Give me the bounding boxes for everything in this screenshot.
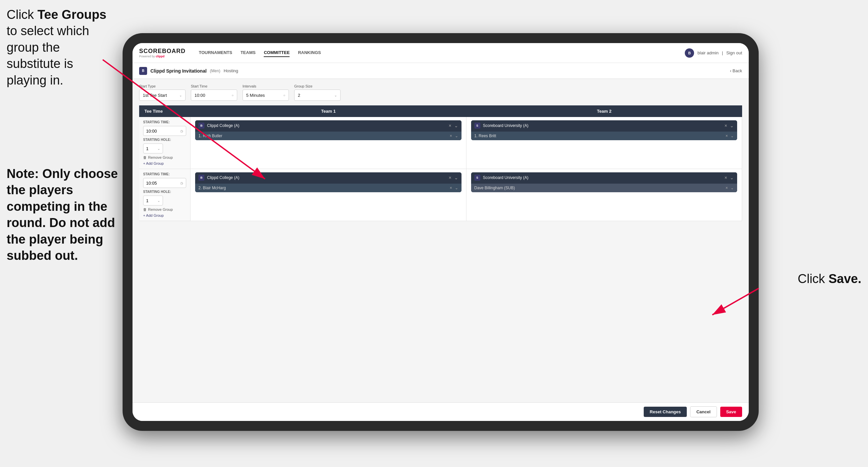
- starting-hole-label-2: STARTING HOLE:: [143, 190, 186, 194]
- team1-icon-1: B: [198, 123, 205, 128]
- time-input-2[interactable]: 10:05 ◷: [143, 178, 186, 188]
- expand-icon-1[interactable]: ⌄: [454, 123, 458, 128]
- sub-nav-icon: B: [139, 67, 147, 75]
- close-icon-player-3[interactable]: ×: [450, 185, 452, 190]
- add-group-button-2[interactable]: + Add Group: [143, 213, 186, 217]
- team1-cell-1: B Clippd College (A) × ⌄ 1. Rich Butler: [190, 117, 466, 169]
- team1-entry-1: B Clippd College (A) × ⌄ 1. Rich Butler: [195, 120, 462, 140]
- team2-header-left-1: S Scoreboard University (A): [474, 123, 528, 128]
- time-input-1[interactable]: 10:00 ◷: [143, 126, 186, 136]
- player-name-2-1: 1. Rees Britt: [474, 134, 496, 138]
- team2-cell-1: S Scoreboard University (A) × ⌄ 1. Rees …: [466, 117, 742, 169]
- group-size-value: 2: [298, 93, 300, 98]
- remove-group-button-1[interactable]: 🗑 Remove Group: [143, 155, 186, 159]
- chevron-down-icon: ⌄: [179, 93, 182, 97]
- team1-actions-2: × ⌄: [448, 175, 458, 180]
- close-icon-player-4[interactable]: ×: [725, 185, 728, 190]
- start-type-label: Start Type: [139, 84, 186, 88]
- pipe: |: [722, 50, 723, 55]
- expand-icon-4[interactable]: ⌄: [730, 175, 734, 180]
- chevron-icon-player-1[interactable]: ⌄: [455, 134, 458, 138]
- group-size-input[interactable]: 2 ⌄: [294, 89, 341, 101]
- team2-cell-2: S Scoreboard University (A) × ⌄ Dave Bil…: [466, 169, 742, 221]
- start-time-field: Start Time 10:00 ○: [191, 84, 237, 101]
- nav-committee[interactable]: COMMITTEE: [264, 49, 289, 57]
- remove-group-label-1: Remove Group: [148, 155, 173, 159]
- hole-value-1: 1: [146, 146, 148, 151]
- team2-actions-2: × ⌄: [724, 175, 734, 180]
- start-time-input[interactable]: 10:00 ○: [191, 89, 237, 101]
- expand-icon-3[interactable]: ⌄: [454, 175, 458, 180]
- intervals-field: Intervals 5 Minutes ○: [243, 84, 289, 101]
- intervals-value: 5 Minutes: [246, 93, 265, 98]
- team2-name-2: Scoreboard University (A): [483, 175, 528, 180]
- team2-header-1: S Scoreboard University (A) × ⌄: [471, 120, 738, 131]
- spinner-icon-2: ⌄: [157, 147, 160, 150]
- team2-name-1: Scoreboard University (A): [483, 123, 528, 128]
- spinner-icon-3: ⌄: [157, 199, 160, 203]
- chevron-icon-player-3[interactable]: ⌄: [455, 185, 458, 190]
- player-actions-2-1: × ⌄: [725, 134, 734, 138]
- save-bold: Save.: [829, 272, 861, 286]
- team1-icon-2: B: [198, 175, 205, 181]
- close-icon-player-2[interactable]: ×: [725, 134, 728, 138]
- start-type-field: Start Type 1st Tee Start ⌄: [139, 84, 186, 101]
- back-button[interactable]: ‹ Back: [730, 68, 742, 73]
- logo-scoreboard: SCOREBOARD: [139, 48, 186, 55]
- logo-clippd: clippd: [156, 55, 165, 58]
- top-nav: SCOREBOARD Powered by clippd TOURNAMENTS…: [132, 43, 749, 63]
- note-text: Note: Only choose the players competing …: [7, 166, 119, 264]
- footer-bar: Reset Changes Cancel Save: [132, 402, 749, 421]
- tee-groups-bold: Tee Groups: [37, 8, 106, 22]
- hole-input-1[interactable]: 1 ⌄: [143, 144, 163, 153]
- team1-header-2: B Clippd College (A) × ⌄: [195, 172, 462, 183]
- close-icon-1[interactable]: ×: [448, 123, 451, 128]
- instruction-post: to select which group the substitute is …: [7, 24, 89, 87]
- team2-header-2: S Scoreboard University (A) × ⌄: [471, 172, 738, 183]
- remove-group-button-2[interactable]: 🗑 Remove Group: [143, 207, 186, 211]
- nav-rankings[interactable]: RANKINGS: [298, 49, 321, 57]
- close-icon-player-1[interactable]: ×: [450, 134, 452, 138]
- instruction-pre: Click: [7, 8, 37, 22]
- nav-teams[interactable]: TEAMS: [241, 49, 256, 57]
- player-row-2-1: 1. Rees Britt × ⌄: [471, 132, 738, 140]
- player-name-2-2: Dave Billingham (SUB): [474, 185, 515, 190]
- team1-entry-2: B Clippd College (A) × ⌄ 2. Blair McHarg: [195, 172, 462, 192]
- start-time-value: 10:00: [194, 93, 206, 98]
- close-icon-3[interactable]: ×: [448, 175, 451, 180]
- team2-icon-1: S: [474, 123, 480, 128]
- chevron-icon-player-2[interactable]: ⌄: [731, 134, 734, 138]
- group-size-field: Group Size 2 ⌄: [294, 84, 341, 101]
- gender-tag: (Men): [210, 68, 220, 73]
- player-row-1-2: 2. Blair McHarg × ⌄: [195, 184, 462, 192]
- close-icon-4[interactable]: ×: [724, 175, 727, 180]
- sign-out-link[interactable]: Sign out: [726, 50, 742, 55]
- nav-tournaments[interactable]: TOURNAMENTS: [199, 49, 232, 57]
- clock-icon: ○: [231, 93, 234, 97]
- intervals-input[interactable]: 5 Minutes ○: [243, 89, 289, 101]
- team1-name-1: Clippd College (A): [207, 123, 239, 128]
- reset-changes-button[interactable]: Reset Changes: [644, 407, 687, 417]
- team1-actions-1: × ⌄: [448, 123, 458, 128]
- save-button[interactable]: Save: [720, 407, 742, 417]
- player-row-2-2: Dave Billingham (SUB) × ⌄: [471, 184, 738, 192]
- expand-icon-2[interactable]: ⌄: [730, 123, 734, 128]
- chevron-icon-player-4[interactable]: ⌄: [731, 185, 734, 190]
- hole-input-2[interactable]: 1 ⌄: [143, 196, 163, 205]
- start-type-input[interactable]: 1st Tee Start ⌄: [139, 89, 186, 101]
- close-icon-2[interactable]: ×: [724, 123, 727, 128]
- player-actions-2-2: × ⌄: [725, 185, 734, 190]
- cancel-button[interactable]: Cancel: [690, 406, 717, 417]
- clock-icon-2: ○: [283, 93, 285, 97]
- spinner-icon: ⌄: [334, 93, 337, 97]
- config-row: Start Type 1st Tee Start ⌄ Start Time 10…: [139, 84, 742, 101]
- add-group-button-1[interactable]: + Add Group: [143, 162, 186, 166]
- team2-actions-1: × ⌄: [724, 123, 734, 128]
- avatar: B: [685, 49, 694, 58]
- clock-icon-4: ◷: [180, 181, 183, 185]
- remove-icon-2: 🗑: [143, 207, 147, 211]
- team1-header-left-2: B Clippd College (A): [198, 175, 239, 181]
- group-row: STARTING TIME: 10:00 ◷ STARTING HOLE: 1 …: [139, 117, 742, 169]
- player-name-1-1: 1. Rich Butler: [198, 134, 222, 138]
- player-actions-1-2: × ⌄: [450, 185, 458, 190]
